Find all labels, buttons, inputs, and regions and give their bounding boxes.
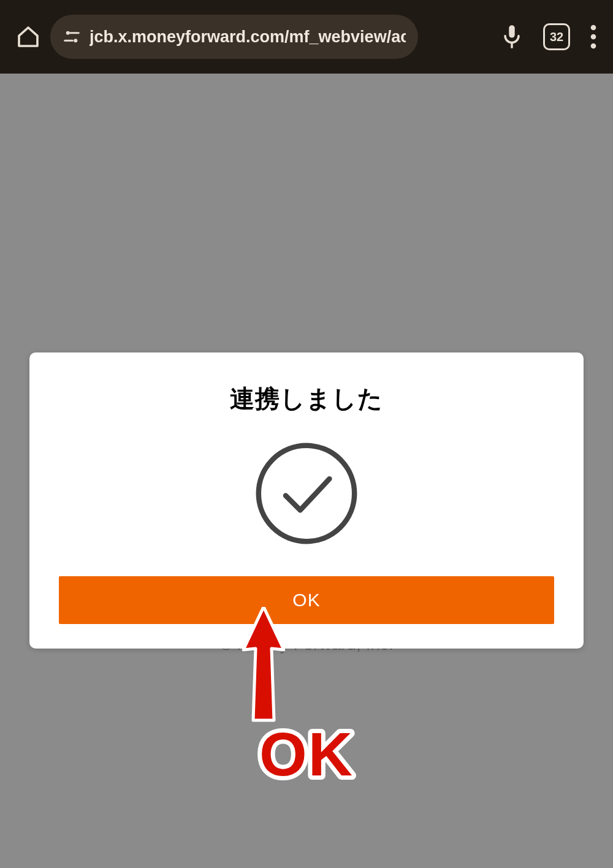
svg-rect-4 (509, 25, 514, 37)
svg-point-3 (74, 39, 77, 42)
success-dialog: 連携しました OK (29, 352, 584, 649)
tabs-button[interactable]: 32 (543, 23, 570, 50)
site-settings-icon[interactable] (63, 28, 81, 46)
svg-point-0 (66, 31, 70, 35)
ok-button[interactable]: OK (59, 576, 554, 624)
browser-toolbar: jcb.x.moneyforward.com/mf_webview/accou … (0, 0, 613, 74)
svg-point-6 (591, 25, 596, 31)
mic-icon[interactable] (500, 23, 524, 50)
url-text: jcb.x.moneyforward.com/mf_webview/accou (89, 28, 406, 47)
check-icon (59, 441, 554, 546)
annotation-label: OK (0, 717, 613, 810)
tab-count-badge: 32 (543, 23, 570, 50)
dialog-title: 連携しました (59, 382, 554, 416)
menu-icon[interactable] (590, 25, 597, 49)
address-bar[interactable]: jcb.x.moneyforward.com/mf_webview/accou (50, 15, 418, 59)
page-content: © Money Forward, Inc. 連携しました OK OK (0, 74, 613, 868)
svg-point-7 (591, 34, 596, 40)
svg-point-8 (591, 44, 596, 49)
svg-point-9 (259, 446, 354, 541)
svg-text:OK: OK (259, 720, 354, 788)
home-icon[interactable] (12, 21, 44, 53)
